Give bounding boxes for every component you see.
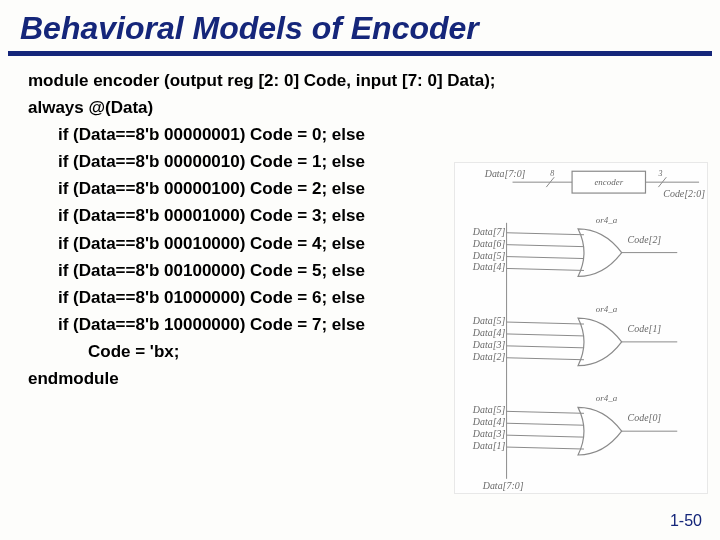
encoder-schematic: encoder 8 Data[7:0] 3 Code[2:0] Code[2] … (454, 162, 708, 494)
gate-label: or4_a (596, 215, 618, 225)
code-out-label: Code[0] (628, 412, 662, 423)
title-underline (8, 51, 712, 56)
svg-line-9 (507, 322, 584, 324)
data-in-label: Data[5] (472, 315, 506, 326)
encoder-block-label: encoder (594, 177, 623, 187)
svg-line-10 (507, 334, 584, 336)
data-in-label: Data[4] (472, 261, 506, 272)
data-in-label: Data[3] (472, 428, 506, 439)
code-line-always: always @(Data) (28, 97, 700, 119)
svg-line-4 (507, 233, 584, 235)
svg-line-12 (507, 358, 584, 360)
svg-line-16 (507, 435, 584, 437)
svg-line-6 (507, 257, 584, 259)
bottom-bus-label: Data[7:0] (482, 480, 524, 491)
data-in-label: Data[5] (472, 404, 506, 415)
svg-line-11 (507, 346, 584, 348)
gate-label: or4_a (596, 304, 618, 314)
data-in-label: Data[7] (472, 226, 506, 237)
data-in-label: Data[2] (472, 351, 506, 362)
svg-line-5 (507, 245, 584, 247)
bus-width-out: 3 (657, 169, 662, 178)
svg-line-7 (507, 268, 584, 270)
data-in-label: Data[4] (472, 327, 506, 338)
code-line-if: if (Data==8'b 00000001) Code = 0; else (28, 124, 700, 146)
data-in-label: Data[3] (472, 339, 506, 350)
data-in-label: Data[4] (472, 416, 506, 427)
svg-line-17 (507, 447, 584, 449)
slide-title: Behavioral Models of Encoder (0, 0, 720, 49)
data-in-label: Data[5] (472, 250, 506, 261)
gate-label: or4_a (596, 393, 618, 403)
bus-in-label: Data[7:0] (484, 168, 526, 179)
code-out-label: Code[1] (628, 323, 662, 334)
bus-out-label: Code[2:0] (663, 188, 705, 199)
data-in-label: Data[1] (472, 440, 506, 451)
code-line-declaration: module encoder (output reg [2: 0] Code, … (28, 70, 700, 92)
bus-width-in: 8 (550, 169, 554, 178)
page-number: 1-50 (670, 512, 702, 530)
data-in-label: Data[6] (472, 238, 506, 249)
code-out-label: Code[2] (628, 234, 662, 245)
svg-line-15 (507, 423, 584, 425)
svg-line-14 (507, 411, 584, 413)
